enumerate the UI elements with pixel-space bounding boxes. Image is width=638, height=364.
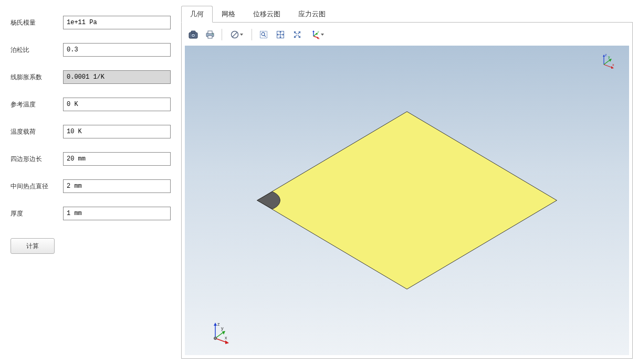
svg-text:y: y [318,30,319,33]
svg-rect-6 [208,36,212,38]
input-side-length[interactable] [63,152,171,166]
field-poisson-ratio: 泊松比 [11,43,171,57]
camera-icon [189,30,198,39]
svg-line-12 [264,35,266,37]
calculate-button[interactable]: 计算 [11,238,55,254]
toolbar-separator [222,29,222,40]
zoom-box-button[interactable] [256,28,271,41]
svg-marker-50 [225,340,229,344]
tab-geometry[interactable]: 几何 [181,6,213,23]
label-poisson-ratio: 泊松比 [11,46,63,55]
viewport-container: y x z x y [181,22,633,359]
axis-indicator-bottom: z y x [208,320,234,345]
svg-line-9 [233,33,237,37]
screenshot-button[interactable] [186,28,201,41]
tab-displacement[interactable]: 位移云图 [244,6,289,23]
print-icon [205,30,215,39]
label-side-length: 四边形边长 [11,155,63,164]
input-reference-temp[interactable] [63,98,171,111]
label-youngs-modulus: 杨氏模量 [11,18,63,27]
results-panel: 几何 网格 位移云图 应力云图 [181,0,638,364]
field-youngs-modulus: 杨氏模量 [11,16,171,29]
orient-view-button[interactable]: y x [307,28,328,41]
tab-stress[interactable]: 应力云图 [289,6,334,23]
svg-rect-5 [208,31,212,34]
input-temp-load[interactable] [63,125,171,138]
field-hotspot-diameter: 中间热点直径 [11,179,171,193]
input-thickness[interactable] [63,207,171,220]
input-youngs-modulus[interactable] [63,16,171,29]
svg-marker-46 [214,323,217,326]
label-temp-load: 温度载荷 [11,127,63,136]
label-thickness: 厚度 [11,209,63,218]
print-button[interactable] [203,28,217,41]
chevron-down-icon [240,34,243,36]
svg-marker-29 [312,30,315,32]
label-hotspot-diameter: 中间热点直径 [11,182,63,191]
plate-geometry [257,112,557,290]
svg-rect-1 [191,31,195,33]
svg-text:x: x [318,37,320,39]
viewport-3d[interactable]: z x y z y [185,46,629,355]
svg-point-7 [212,34,213,35]
zoom-extents-button[interactable] [273,28,288,41]
field-reference-temp: 参考温度 [11,98,171,111]
input-thermal-expansion[interactable] [63,70,171,84]
tab-mesh[interactable]: 网格 [213,6,244,23]
zoom-box-icon [259,30,268,39]
zoom-extents-icon [276,30,285,39]
toolbar-separator [252,29,252,40]
parameters-panel: 杨氏模量 泊松比 线膨胀系数 参考温度 温度载荷 四边形边长 中间热点直径 厚度… [0,0,181,364]
circle-slash-icon [231,30,239,39]
label-reference-temp: 参考温度 [11,100,63,109]
label-thermal-expansion: 线膨胀系数 [11,73,63,82]
field-thickness: 厚度 [11,207,171,220]
zoom-selection-button[interactable] [290,28,305,41]
transparency-button[interactable] [226,28,247,41]
svg-point-51 [214,337,217,340]
result-tabs: 几何 网格 位移云图 应力云图 [181,5,633,22]
svg-point-3 [192,35,194,37]
viewport-toolbar: y x [185,26,629,44]
svg-rect-10 [260,31,267,38]
zoom-selection-icon [293,30,301,39]
field-temp-load: 温度载荷 [11,125,171,138]
axis-x-label: x [225,335,227,340]
axis-y-label: y [221,326,224,331]
axis-orient-icon: y x [310,30,320,39]
geometry-canvas [185,46,629,355]
axis-z-label: z [217,322,220,327]
input-poisson-ratio[interactable] [63,43,171,57]
field-side-length: 四边形边长 [11,152,171,166]
hotspot-geometry [257,192,280,209]
input-hotspot-diameter[interactable] [63,179,171,193]
chevron-down-icon [321,34,324,36]
field-thermal-expansion: 线膨胀系数 [11,70,171,84]
